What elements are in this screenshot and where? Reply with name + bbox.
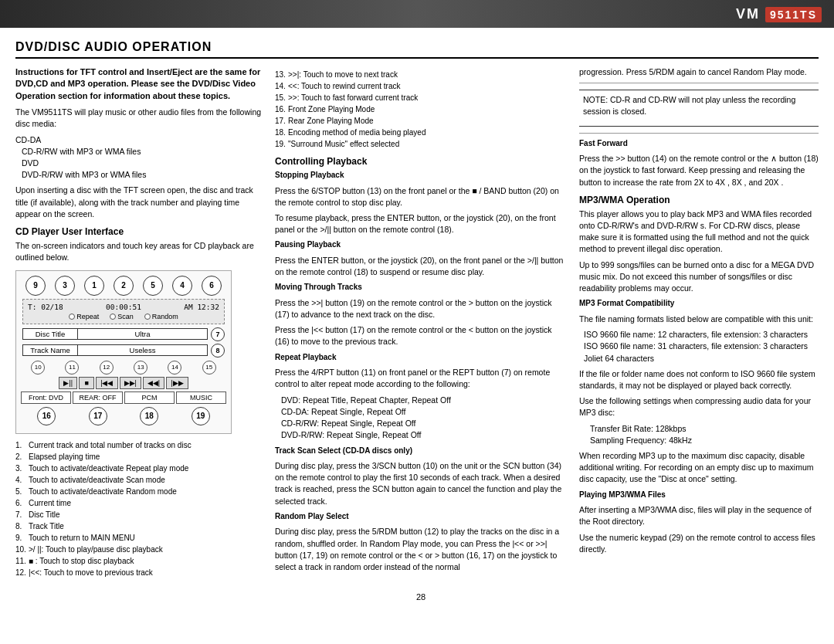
ctrl-prev[interactable]: |◀◀: [96, 377, 117, 389]
list-item-8: 8.Track Title: [15, 521, 263, 532]
moving-heading: Moving Through Tracks: [275, 282, 567, 293]
page-title: DVD/DISC AUDIO OPERATION: [15, 40, 819, 59]
cd-display: T: 02/18 00:00:51 AM 12:32 Repeat Scan: [22, 299, 225, 324]
numbered-list-left: 1.Current track and total number of trac…: [15, 440, 263, 578]
list-item-16: 16.Front Zone Playing Mode: [275, 104, 567, 115]
list-item-9: 9.Touch to return to MAIN MENU: [15, 533, 263, 544]
mp3wma-heading: MP3/WMA Operation: [579, 195, 819, 205]
ctrl-next[interactable]: ▶▶|: [120, 377, 141, 389]
ctrl-rew[interactable]: ◀◀|: [143, 377, 164, 389]
list-item-1: 1.Current track and total number of trac…: [15, 440, 263, 451]
cd-display-line1: T: 02/18 00:00:51 AM 12:32: [28, 303, 219, 311]
pausing-heading: Pausing Playback: [275, 239, 567, 251]
repeat-item-4: DVD-R/RW: Repeat Single, Repeat Off: [281, 429, 567, 441]
repeat-item-3: CD-R/RW: Repeat Single, Repeat Off: [281, 418, 567, 429]
settings-item-2: Sampling Frequency: 48kHz: [590, 435, 819, 446]
repeat-text: Press the 4/RPT button (11) on front pan…: [275, 367, 567, 390]
small-circle-14: 14: [168, 361, 181, 375]
track-name-label: Track Name: [22, 344, 78, 356]
brand-model: 9511TS: [765, 7, 822, 22]
mp3-format-text: The file naming formats listed below are…: [579, 314, 819, 325]
right-column: progression. Press 5/RDM again to cancel…: [579, 66, 819, 632]
progression-text: progression. Press 5/RDM again to cancel…: [579, 66, 819, 78]
radio-label-repeat: Repeat: [76, 313, 99, 320]
disc-title-value: Ultra: [78, 328, 208, 340]
track-name-value: Useless: [78, 344, 208, 356]
track-scan-heading: Track Scan Select (CD-DA discs only): [275, 446, 567, 457]
stopping-playback-heading: Stopping Playback: [275, 170, 567, 181]
circle-1: 1: [84, 276, 104, 296]
repeat-items: DVD: Repeat Title, Repeat Chapter, Repea…: [275, 395, 567, 442]
moving-text1: Press the >>| button (19) on the remote …: [275, 297, 567, 320]
small-circle-15: 15: [202, 361, 216, 375]
circle-5: 5: [143, 276, 163, 296]
big-circle-18: 18: [140, 407, 158, 425]
list-item-7: 7.Disc Title: [15, 510, 263, 520]
recording-text: When recording MP3 up to the maximum dis…: [579, 450, 819, 486]
settings-items: Transfer Bit Rate: 128kbps Sampling Freq…: [579, 423, 819, 446]
track-scan-text: During disc play, press the 3/SCN button…: [275, 460, 567, 507]
big-circle-16: 16: [37, 407, 56, 425]
zone-rear: REAR: OFF: [73, 391, 123, 404]
cd-info-row-disc: Disc Title Ultra 7: [22, 327, 225, 341]
note-box: NOTE: CD-R and CD-RW will not play unles…: [579, 90, 819, 126]
cd-controls-row: ▶|| ■ |◀◀ ▶▶| ◀◀| |▶▶: [21, 377, 226, 389]
iso-item-1: ISO 9660 file name: 12 characters, file …: [584, 329, 819, 341]
brand-logo: VM 9511TS: [736, 6, 822, 22]
cd-info-rows: Disc Title Ultra 7 Track Name Useless 8: [22, 327, 225, 358]
cd-section-heading: CD Player User Interface: [15, 226, 263, 237]
iso-item-2: ISO 9660 file name: 31 characters, file …: [584, 341, 819, 352]
ctrl-ffw[interactable]: |▶▶: [166, 377, 188, 389]
numeric-text: Use the numeric keypad (29) on the remot…: [579, 532, 819, 555]
circle-6: 6: [202, 276, 222, 296]
list-item-5: 5.Touch to activate/deactivate Random mo…: [15, 486, 263, 497]
random-heading: Random Play Select: [275, 511, 567, 523]
page-content: DVD/DISC AUDIO OPERATION Instructions fo…: [0, 28, 834, 644]
small-circle-11: 11: [65, 361, 79, 375]
disc-type-1: CD-DA: [15, 134, 263, 146]
small-circle-13: 13: [134, 361, 147, 375]
main-layout: Instructions for TFT control and Insert/…: [15, 66, 819, 632]
list-item-2: 2.Elapsed playing time: [15, 452, 263, 463]
display-elapsed: 00:00:51: [106, 303, 141, 311]
repeat-item-1: DVD: Repeat Title, Repeat Chapter, Repea…: [281, 395, 567, 406]
cd-small-numbers: 10 11 12 13 14 15: [21, 361, 226, 375]
disc-type-2: CD-R/RW with MP3 or WMA files: [15, 146, 263, 158]
radio-scan: Scan: [110, 313, 134, 320]
cd-big-numbers: 16 17 18 19: [21, 407, 226, 425]
list-item-17: 17.Rear Zone Playing Mode: [275, 116, 567, 127]
divider-2: [579, 133, 819, 134]
cd-section-text: The on-screen indicators and touch key a…: [15, 240, 263, 263]
radio-random: Random: [144, 313, 178, 320]
insert-text: Upon inserting a disc with the TFT scree…: [15, 185, 263, 220]
iso-items: ISO 9660 file name: 12 characters, file …: [579, 329, 819, 364]
list-item-10: 10.>/ ||: Touch to play/pause disc playb…: [15, 544, 263, 555]
big-circle-17: 17: [89, 407, 107, 425]
page-number: 28: [275, 577, 567, 602]
list-item-12: 12.|<<: Touch to move to previous track: [15, 568, 263, 578]
radio-dot-random: [144, 314, 151, 320]
ctrl-stop[interactable]: ■: [79, 377, 94, 389]
ctrl-play-pause[interactable]: ▶||: [59, 377, 77, 389]
track-name-num: 8: [211, 344, 225, 358]
brand-vm: VM: [736, 6, 760, 22]
intro-bold: Instructions for TFT control and Insert/…: [15, 66, 263, 102]
list-item-15: 15.>>: Touch to fast forward current tra…: [275, 93, 567, 103]
repeat-heading: Repeat Playback: [275, 352, 567, 364]
pausing-text: Press the ENTER button, or the joystick …: [275, 255, 567, 278]
small-circle-10: 10: [31, 361, 45, 375]
list-item-18: 18.Encoding method of media being played: [275, 127, 567, 138]
zone-front: Front: DVD: [21, 391, 71, 404]
big-circle-19: 19: [192, 407, 210, 425]
controlling-playback-heading: Controlling Playback: [275, 156, 567, 167]
intro-text: The VM9511TS will play music or other au…: [15, 107, 263, 130]
list-item-14: 14.<<: Touch to rewind current track: [275, 81, 567, 92]
circle-4: 4: [172, 276, 192, 296]
radio-label-scan: Scan: [117, 313, 134, 320]
disc-types: CD-DA CD-R/RW with MP3 or WMA files DVD …: [15, 134, 263, 181]
display-time: T: 02/18: [28, 303, 63, 311]
list-item-13: 13.>>|: Touch to move to next track: [275, 69, 567, 80]
list-item-6: 6.Current time: [15, 498, 263, 509]
moving-text2: Press the |<< button (17) on the remote …: [275, 324, 567, 347]
radio-label-random: Random: [152, 313, 178, 320]
